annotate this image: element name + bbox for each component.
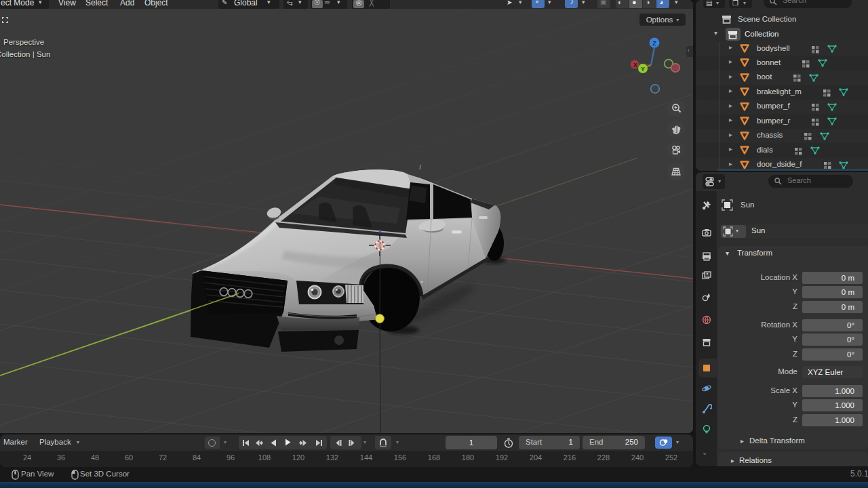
svg-text:Z: Z — [652, 40, 656, 47]
svg-text:Y: Y — [641, 66, 645, 73]
svg-text:X: X — [633, 62, 637, 68]
